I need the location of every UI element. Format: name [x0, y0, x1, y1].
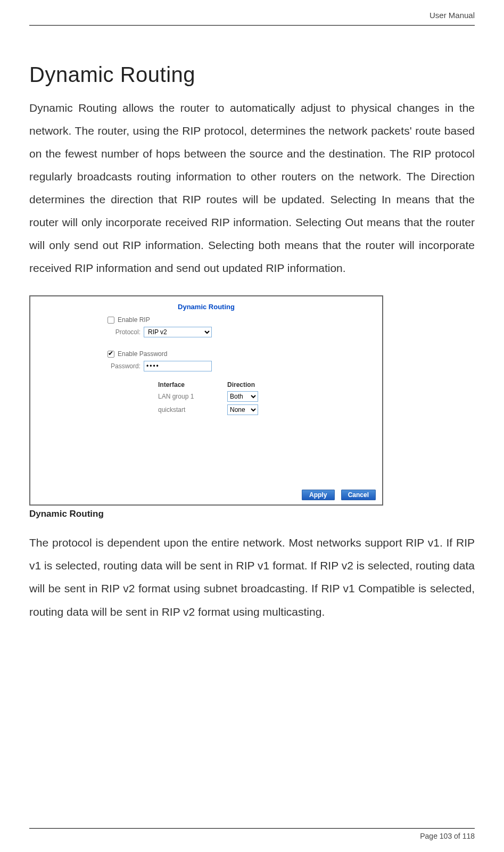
- protocol-select[interactable]: RIP v2: [144, 327, 212, 337]
- protocol-paragraph: The protocol is dependent upon the entir…: [29, 531, 475, 623]
- direction-select-lan[interactable]: Both: [227, 391, 258, 402]
- protocol-label: Protocol:: [108, 328, 141, 336]
- table-header-interface: Interface: [158, 381, 227, 388]
- interface-table: Interface Direction LAN group 1 Both qui…: [158, 381, 371, 415]
- direction-select-quickstart[interactable]: None: [227, 404, 258, 415]
- enable-password-checkbox[interactable]: [108, 351, 114, 358]
- password-field[interactable]: [144, 361, 212, 371]
- figure-caption: Dynamic Routing: [29, 509, 475, 519]
- apply-button[interactable]: Apply: [302, 490, 335, 500]
- iface-cell: quickstart: [158, 406, 227, 413]
- dynamic-routing-panel: Dynamic Routing Enable RIP Protocol: RIP…: [29, 295, 383, 506]
- password-label: Password:: [108, 362, 141, 370]
- table-row: quickstart None: [158, 404, 371, 415]
- header-label: User Manual: [29, 11, 475, 22]
- cancel-button[interactable]: Cancel: [341, 490, 376, 500]
- enable-password-label: Enable Password: [118, 350, 167, 358]
- panel-heading: Dynamic Routing: [41, 303, 371, 311]
- page-number: Page 103 of 118: [29, 832, 475, 840]
- iface-cell: LAN group 1: [158, 393, 227, 400]
- table-row: LAN group 1 Both: [158, 391, 371, 402]
- enable-rip-label: Enable RIP: [118, 316, 150, 324]
- table-header-direction: Direction: [227, 381, 270, 388]
- enable-rip-checkbox[interactable]: [108, 317, 114, 324]
- header-rule: [29, 25, 475, 26]
- footer-rule: [29, 828, 475, 829]
- intro-paragraph: Dynamic Routing allows the router to aut…: [29, 96, 475, 279]
- page-title: Dynamic Routing: [29, 63, 475, 87]
